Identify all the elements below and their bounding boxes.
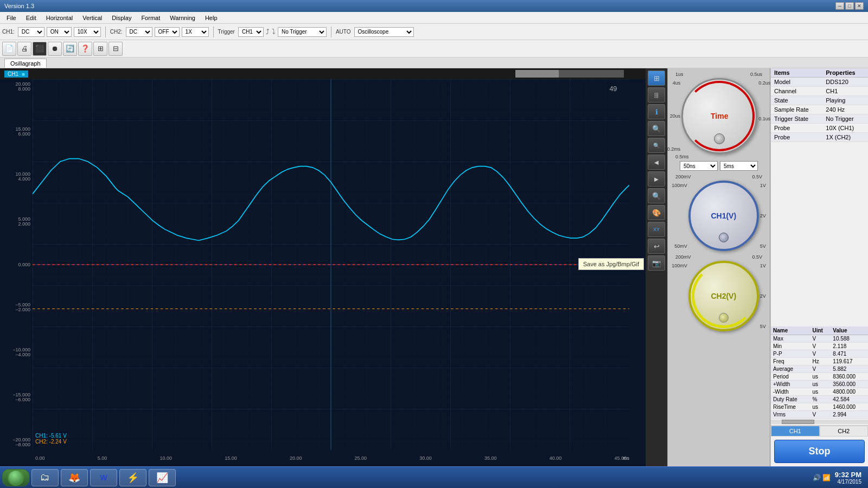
menu-vertical[interactable]: Vertical (78, 14, 106, 22)
ch1-label-100mv: 100mV (672, 183, 687, 188)
meas-period-name: Period (771, 373, 810, 381)
trigger-mode-select[interactable]: No TriggerAutoNormal (278, 27, 327, 37)
scope-mode-select[interactable]: Oscilloscope (354, 27, 414, 37)
refresh-btn[interactable]: 🔄 (63, 42, 77, 56)
scope-grid-btn[interactable]: ⊞ (648, 70, 665, 86)
trigger-falling-icon[interactable]: ⤵ (272, 28, 276, 36)
scope-color-btn[interactable]: 🎨 (648, 205, 665, 220)
osillagraph-tab[interactable]: Osillagraph (4, 59, 47, 68)
time-knob-left-labels: 4us 20us 0.2ms (667, 78, 681, 154)
waveform-display: 2 49 (33, 79, 629, 450)
taskbar-right: 🔊 📶 9:32 PM 4/17/2015 (813, 471, 866, 485)
trigger-ch-select[interactable]: CH1CH2 (238, 27, 264, 37)
ch2-knob-right-labels: 1V 2V 5V (760, 261, 766, 331)
meas-vrms-value: 2.994 (831, 411, 868, 419)
ch1-knob[interactable]: CH1(V) (688, 181, 759, 251)
menu-horizontal[interactable]: Horizontal (42, 14, 78, 22)
y-label-n20: −20.000−8.000 (2, 438, 30, 447)
scope-zoom-out-btn[interactable]: 🔍 (648, 138, 665, 153)
x-5: 5.00 (98, 455, 107, 461)
ch2-on-select[interactable]: OFFON (155, 27, 180, 37)
props-scrollbar-thumb (782, 420, 814, 424)
help-btn[interactable]: ❓ (78, 42, 92, 56)
meas-vrms-name: Vrms (771, 411, 810, 419)
ch2-tab[interactable]: CH2 (820, 426, 869, 436)
meas-pluswidth-uint: us (810, 381, 831, 388)
maximize-button[interactable]: □ (845, 2, 854, 10)
time-knob-selects: 50ns100ns200ns 5ms1ms10ms (680, 161, 758, 171)
ch2-knob[interactable]: CH2(V) (688, 261, 759, 331)
props-scrollbar[interactable] (771, 420, 868, 424)
scope-zoom-btn[interactable]: 🔍 (648, 188, 665, 203)
ch2-value: CH2: -2.24 V (35, 439, 67, 445)
new-btn[interactable]: 📄 (2, 42, 16, 56)
ch1-knob-pointer (719, 233, 729, 242)
menu-display[interactable]: Display (107, 14, 136, 22)
close-button[interactable]: ✕ (855, 2, 864, 10)
menu-format[interactable]: Format (137, 14, 164, 22)
time-select-1[interactable]: 50ns100ns200ns (680, 161, 718, 171)
taskbar-chrome[interactable]: ⚡ (119, 469, 146, 486)
scope-left-btn[interactable]: ◄ (648, 155, 665, 170)
taskbar-app[interactable]: 📈 (149, 469, 176, 486)
scope-camera-btn[interactable]: 📷 Save as Jpg/Bmp/Gif (648, 255, 665, 271)
ch1-label-badge: CH1 ■ (4, 70, 28, 78)
menu-warning[interactable]: Warnning (165, 14, 200, 22)
scope-lines-btn[interactable]: ||| (648, 87, 665, 102)
scope-info-btn[interactable]: ℹ (648, 104, 665, 119)
ch2-label: CH2: (110, 29, 123, 35)
x-40: 40.00 (550, 455, 562, 461)
prop-item-channel: Channel (771, 87, 822, 96)
start-button[interactable] (2, 469, 29, 486)
ch1-coupling-select[interactable]: DCACGND (18, 27, 44, 37)
meas-pluswidth-value: 3560.000 (831, 381, 868, 388)
channel-btn[interactable]: ⊟ (108, 42, 123, 56)
ch2-probe-select[interactable]: 1X10X100X (182, 27, 209, 37)
auto-label: AUTO (336, 29, 351, 35)
stop-btn-icon[interactable]: ⬛ (33, 42, 47, 56)
ch2-coupling-select[interactable]: DCACGND (126, 27, 152, 37)
taskbar-icons: 🔊 📶 (813, 474, 831, 481)
menu-edit[interactable]: Edit (22, 14, 41, 22)
prop-header-items: Items (771, 68, 822, 78)
minimize-button[interactable]: ─ (835, 2, 844, 10)
grid-btn[interactable]: ⊞ (93, 42, 107, 56)
meas-row-freq: Freq Hz 119.617 (771, 358, 868, 365)
title-bar: Version 1.3 ─ □ ✕ (0, 0, 868, 12)
ch2-knob-left-labels: 100mV (672, 261, 687, 331)
trigger-bar (515, 70, 624, 78)
ch1-probe-select[interactable]: 10X1X100X (74, 27, 101, 37)
x-10: 10.00 (159, 455, 172, 461)
meas-period-uint: us (810, 373, 831, 381)
meas-risetime-uint: us (810, 403, 831, 411)
time-knob[interactable]: Time (681, 78, 757, 154)
ch1-tab[interactable]: CH1 (771, 426, 820, 436)
trigger-rising-icon[interactable]: ⤴ (266, 28, 270, 36)
prop-row-model: Model DDS120 (771, 78, 868, 87)
ch1-knob-container: 200mV 0.5V 100mV 50mV CH1(V) 1V 2V 5V (670, 174, 768, 251)
scope-toolbar: ⊞ ||| ℹ 🔍 🔍 ◄ ► 🔍 🎨 XY ↩ 📷 Save as Jpg/B… (646, 68, 667, 466)
menu-file[interactable]: File (2, 14, 21, 22)
taskbar-word[interactable]: W (90, 469, 117, 486)
prop-val-state: Playing (822, 96, 868, 105)
print-btn[interactable]: 🖨 (17, 42, 31, 56)
scope-xy-btn[interactable]: XY (648, 222, 665, 237)
ch1-on-select[interactable]: ONOFF (47, 27, 72, 37)
y-label-15: 15.0006.000 (2, 127, 30, 137)
time-label-0_1us: 0.1us (758, 116, 770, 121)
prop-item-model: Model (771, 78, 822, 87)
taskbar-files[interactable]: 🗂 (31, 469, 59, 486)
time-select-2[interactable]: 5ms1ms10ms (720, 161, 758, 171)
stop-button[interactable]: Stop (774, 440, 865, 463)
meas-avg-value: 5.882 (831, 365, 868, 373)
meas-pp-name: P-P (771, 350, 810, 358)
ch2-label-2v: 2V (760, 293, 766, 299)
record-btn[interactable]: ⏺ (48, 42, 62, 56)
scope-right-btn[interactable]: ► (648, 171, 665, 187)
prop-item-probe2: Probe (771, 133, 822, 142)
meas-pp-value: 8.471 (831, 350, 868, 358)
menu-help[interactable]: Help (201, 14, 222, 22)
taskbar-firefox[interactable]: 🦊 (61, 469, 88, 486)
scope-zoom-in-btn[interactable]: 🔍 (648, 121, 665, 136)
scope-back-btn[interactable]: ↩ (648, 239, 665, 254)
